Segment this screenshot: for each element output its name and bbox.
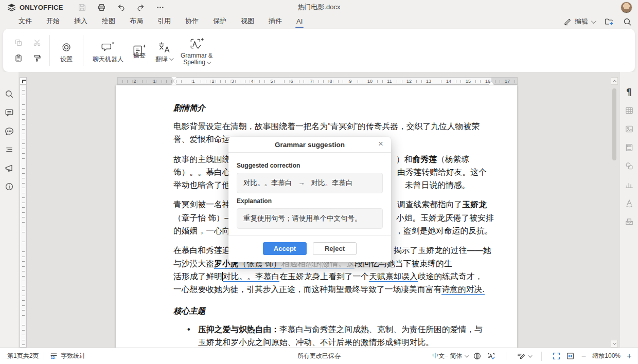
tab-布局[interactable]: 布局 <box>122 14 150 29</box>
ruler-number: 1 <box>191 78 196 84</box>
chatbot-button[interactable]: 聊天机器人 <box>88 39 128 63</box>
text-line: •压抑之爱与炽热自由：李慕白与俞秀莲之间成熟、克制、为责任所困的爱情，与 <box>173 323 491 336</box>
ruler-corner[interactable] <box>20 77 27 85</box>
tab-引用[interactable]: 引用 <box>150 14 178 29</box>
suggested-correction-box: 对比。。李慕白 → 对比。李慕白 <box>237 173 383 193</box>
track-changes-icon[interactable] <box>517 352 531 360</box>
grammar-suggestion-dialog: Grammar suggestion × Suggested correctio… <box>228 137 391 262</box>
fit-width-icon[interactable] <box>566 352 575 360</box>
more-icon[interactable] <box>156 3 165 12</box>
ribbon-divider <box>83 35 83 66</box>
paragraph-settings-icon[interactable]: ¶ <box>623 86 635 98</box>
correction-after-rest: 李慕白 <box>332 179 353 187</box>
copy-icon[interactable] <box>11 35 26 50</box>
tab-文件[interactable]: 文件 <box>11 14 39 29</box>
close-icon[interactable]: × <box>376 139 386 149</box>
zoom-out-icon[interactable]: − <box>580 352 587 361</box>
edit-mode-selector[interactable]: 编辑 <box>563 17 595 26</box>
avatar[interactable] <box>621 2 632 13</box>
text-line: 一心想要收她为徒，引其步入正途，而这种期望最终导致了一场凄美而富有诗意的对决. <box>173 283 491 296</box>
tab-绘图[interactable]: 绘图 <box>95 14 122 29</box>
chat-icon[interactable] <box>3 125 15 137</box>
spellcheck-icon[interactable] <box>487 352 495 360</box>
save-icon[interactable] <box>78 3 87 12</box>
print-icon[interactable] <box>97 3 107 12</box>
redo-icon[interactable] <box>136 3 146 12</box>
format-painter-icon[interactable] <box>30 51 44 65</box>
app-name: ONLYOFFICE <box>20 4 63 11</box>
translate-button[interactable]: 翻译 <box>151 39 176 63</box>
first-line-indent-marker[interactable] <box>171 77 176 80</box>
tab-插件[interactable]: 插件 <box>261 14 289 29</box>
vertical-scrollbar[interactable] <box>611 77 618 348</box>
edit-mode-label: 编辑 <box>575 17 588 26</box>
grammar-spelling-icon <box>189 37 204 50</box>
about-icon[interactable] <box>3 181 15 192</box>
text-run: 一心想要收她为徒，引其步入正途，而这种期望最终导致了一场凄美而富有 <box>173 285 441 294</box>
dialog-header[interactable]: Grammar suggestion × <box>228 137 391 153</box>
language-label: 中文– 简体 <box>432 352 462 360</box>
cut-icon[interactable] <box>30 35 44 50</box>
document-language-icon[interactable] <box>473 352 482 360</box>
navigation-icon[interactable] <box>3 144 15 155</box>
ribbon-panel: 设置 聊天机器人 摘要 翻译 Grammar & Spel <box>3 29 635 72</box>
shape-settings-icon[interactable] <box>623 160 635 172</box>
text-run: 故事的主线围绕 <box>173 155 231 163</box>
hanging-indent-marker[interactable] <box>171 82 176 85</box>
header-footer-icon[interactable] <box>623 142 635 153</box>
status-bar: 第1页共2页 12- 字数统计 所有更改已保存 中文– 简体 − <box>0 348 638 364</box>
tab-AI[interactable]: AI <box>289 15 310 29</box>
scrollbar-thumb[interactable] <box>612 88 616 160</box>
grammar-spelling-button[interactable]: Grammar & Spelling <box>176 35 217 66</box>
language-selector[interactable]: 中文– 简体 <box>432 352 468 360</box>
chevron-down-icon <box>169 56 173 60</box>
scroll-down-icon[interactable] <box>611 340 618 348</box>
settings-button[interactable]: 设置 <box>55 39 78 63</box>
tab-开始[interactable]: 开始 <box>39 14 67 29</box>
tab-协作[interactable]: 协作 <box>178 14 206 29</box>
chart-settings-icon[interactable] <box>623 179 635 190</box>
summary-label: 摘要 <box>133 52 146 59</box>
open-location-icon[interactable] <box>604 17 613 26</box>
tab-插入[interactable]: 插入 <box>67 14 95 29</box>
accept-button[interactable]: Accept <box>263 242 307 255</box>
tab-视图[interactable]: 视图 <box>234 14 261 29</box>
ruler-number: 10 <box>366 78 374 84</box>
summary-button[interactable]: 摘要 <box>128 42 151 59</box>
suggested-correction-label: Suggested correction <box>237 162 383 169</box>
clipboard-group <box>3 35 44 65</box>
undo-icon[interactable] <box>117 3 126 12</box>
vertical-ruler[interactable] <box>20 85 27 348</box>
mail-merge-icon[interactable] <box>623 216 635 227</box>
correction-arrow: → <box>298 179 305 187</box>
page-indicator[interactable]: 第1页共2页 <box>7 352 39 360</box>
text-run: （杨紫琼 <box>437 155 469 163</box>
table-settings-icon[interactable] <box>623 105 635 116</box>
zoom-level[interactable]: 缩放100% <box>592 352 621 360</box>
reject-button[interactable]: Reject <box>313 242 357 255</box>
statusbar-divider <box>541 352 542 361</box>
ribbon-tab-row: 文件开始插入绘图布局引用协作保护视图插件AI 编辑 <box>0 14 638 29</box>
right-indent-marker[interactable] <box>489 81 494 85</box>
text-run: 未曾日说的情感。 <box>405 180 470 189</box>
feedback-icon[interactable] <box>3 162 15 174</box>
text-run: ，盗剑是她对命运的反抗。 <box>395 226 493 235</box>
search-icon[interactable] <box>3 88 15 100</box>
paste-icon[interactable] <box>11 51 26 65</box>
text-run: 的婚姻，一心向 <box>173 226 231 235</box>
fit-page-icon[interactable] <box>552 352 561 360</box>
zoom-in-icon[interactable]: + <box>626 352 633 361</box>
tab-保护[interactable]: 保护 <box>206 14 234 29</box>
scroll-up-icon[interactable] <box>611 77 618 85</box>
text-run: 压抑之爱与炽热自由： <box>198 325 279 334</box>
image-settings-icon[interactable] <box>623 123 635 135</box>
grammar-spelling-label: Grammar & Spelling <box>181 52 212 66</box>
textart-settings-icon[interactable] <box>623 197 635 209</box>
ruler-number: 12 <box>405 78 413 84</box>
text-line: 玉娇龙和罗小虎之间原始、冲动、不计后果的激情形成鲜明对比。 <box>173 336 491 348</box>
horizontal-ruler[interactable]: 211234567891011121314151617 <box>117 77 518 85</box>
chatbot-label: 聊天机器人 <box>93 56 123 63</box>
comments-icon[interactable] <box>3 107 15 118</box>
word-count-button[interactable]: 12- 字数统计 <box>49 352 85 360</box>
search-icon[interactable] <box>623 17 632 26</box>
